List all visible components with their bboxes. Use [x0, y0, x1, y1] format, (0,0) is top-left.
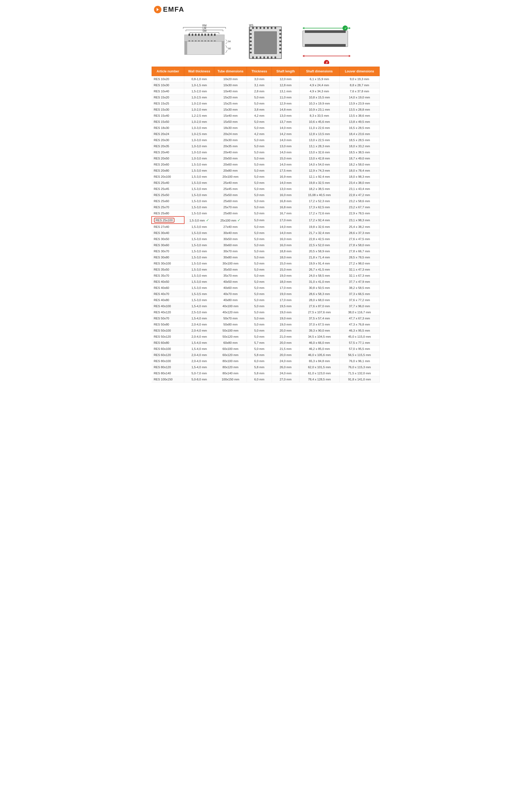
- cell-shaft-dim: 31,0 x 41,0 mm: [299, 279, 339, 285]
- cell-thickness: 5,0 mm: [247, 291, 271, 297]
- cell-tube: 10x20 mm: [214, 76, 247, 82]
- cell-thickness: 5,0 mm: [247, 101, 271, 107]
- cell-shaft-length: 19,0 mm: [272, 291, 299, 297]
- svg-rect-62: [263, 27, 265, 29]
- cell-shaft-dim: 12,8 x 13,5 mm: [299, 131, 339, 137]
- cell-shaft-length: 24,0 mm: [272, 358, 299, 364]
- cell-article: RES 30x100: [152, 261, 184, 266]
- cell-tube: 35x70 mm: [214, 273, 247, 279]
- cell-shaft-dim: 12,9 x 74,3 mm: [299, 168, 339, 174]
- table-row: RES 50x1202,0-4,0 mm50x120 mm5,0 mm21,0 …: [152, 334, 380, 340]
- cell-wall: 1,5-3,0 mm: [184, 248, 214, 255]
- cell-louver: 91,8 x 141,0 mm: [339, 376, 379, 382]
- cell-article: RES 60x80: [152, 340, 184, 346]
- cell-article: RES 20x80: [152, 168, 184, 174]
- svg-rect-47: [250, 37, 252, 39]
- cell-tube: 20x30 mm: [214, 137, 247, 143]
- cell-shaft-length: 16,8 mm: [272, 198, 299, 204]
- cell-article: RES 80x140: [152, 370, 184, 376]
- cell-wall: 1,5-3,0 mm: [184, 273, 214, 279]
- diagram-front-view: WS: [244, 21, 287, 64]
- svg-rect-51: [250, 52, 252, 53]
- cell-wall: 1,5-3,0 mm: [184, 242, 214, 248]
- svg-rect-21: [192, 34, 193, 36]
- cell-wall: 1,5-4,0 mm: [184, 364, 214, 370]
- logo-icon: [154, 6, 162, 13]
- cell-shaft-length: 15,0 mm: [272, 156, 299, 162]
- cell-louver: 25,4 x 38,2 mm: [339, 223, 379, 230]
- cell-tube: 30x60 mm: [214, 242, 247, 248]
- cell-shaft-dim: 24,0 x 58,5 mm: [299, 273, 339, 279]
- col-header-wall: Wall thickness: [184, 67, 214, 76]
- svg-rect-55: [279, 41, 281, 42]
- svg-rect-54: [279, 37, 281, 39]
- cell-tube: 25x100 mm✓: [214, 216, 247, 223]
- cell-article: RES 40x120: [152, 309, 184, 315]
- cell-shaft-length: 16,0 mm: [272, 242, 299, 248]
- cell-shaft-length: 14,0 mm: [272, 180, 299, 186]
- cell-shaft-dim: 17,2 x 52,3 mm: [299, 198, 339, 204]
- cell-louver: 45,0 x 115,0 mm: [339, 334, 379, 340]
- cell-wall: 1,0-2,5 mm: [184, 95, 214, 101]
- svg-rect-52: [279, 29, 281, 31]
- svg-text:WS: WS: [249, 24, 253, 27]
- cell-louver: 37,7 x 47,9 mm: [339, 279, 379, 285]
- cell-louver: 57,5 x 77,1 mm: [339, 340, 379, 346]
- cell-wall: 1,5-3,0 mm: [184, 266, 214, 273]
- cell-shaft-dim: 12,1 x 92,4 mm: [299, 174, 339, 180]
- cell-louver: 13,9 x 23,9 mm: [339, 101, 379, 107]
- cell-louver: 13,5 x 38,6 mm: [339, 113, 379, 119]
- cell-shaft-length: 12,9 mm: [272, 101, 299, 107]
- cell-shaft-length: 19,0 mm: [272, 321, 299, 328]
- cell-wall: 1,0-2,0 mm: [184, 119, 214, 125]
- cell-shaft-dim: 10,9 x 23,1 mm: [299, 107, 339, 113]
- cell-thickness: 2,8 mm: [247, 88, 271, 95]
- cell-shaft-dim: 78,4 x 128,5 mm: [299, 376, 339, 382]
- cell-shaft-dim: 11,0 x 22,6 mm: [299, 125, 339, 131]
- cell-louver: 28,6 x 37,3 mm: [339, 230, 379, 236]
- table-row: RES 30x801,5-3,0 mm30x80 mm5,0 mm18,0 mm…: [152, 255, 380, 261]
- svg-rect-59: [252, 27, 254, 29]
- cell-article: RES 18x30: [152, 125, 184, 131]
- cell-louver: 56,5 x 115,5 mm: [339, 352, 379, 358]
- cell-shaft-length: 19,0 mm: [272, 315, 299, 321]
- cell-wall: 1,5-2,0 mm: [184, 88, 214, 95]
- svg-rect-64: [271, 27, 273, 29]
- cell-shaft-dim: 27,6 x 87,0 mm: [299, 303, 339, 309]
- table-container: Article number Wall thickness Tube dimen…: [146, 67, 385, 391]
- cell-louver: 32,1 x 47,3 mm: [339, 266, 379, 273]
- svg-rect-56: [279, 44, 281, 46]
- cell-article: RES 15x20: [152, 95, 184, 101]
- cell-wall: 1,0-3,0 mm: [184, 143, 214, 149]
- cell-louver: 37,7 x 96,0 mm: [339, 303, 379, 309]
- cell-thickness: 3,1 mm: [247, 82, 271, 88]
- cell-shaft-length: 12,8 mm: [272, 82, 299, 88]
- cell-louver: 27,8 x 66,7 mm: [339, 248, 379, 255]
- cell-wall: 1,5-3,0 mm: [184, 230, 214, 236]
- cell-tube: 50x70 mm: [214, 315, 247, 321]
- cell-tube: 15x20 mm: [214, 95, 247, 101]
- cell-shaft-length: 20,0 mm: [272, 352, 299, 358]
- cell-shaft-dim: 61,0 x 123,0 mm: [299, 370, 339, 376]
- col-header-article: Article number: [152, 67, 184, 76]
- cell-thickness: 5,0 mm: [247, 162, 271, 168]
- cell-article: RES 25x40: [152, 180, 184, 186]
- cell-shaft-length: 14,0 mm: [272, 230, 299, 236]
- data-table: Article number Wall thickness Tube dimen…: [151, 67, 380, 382]
- svg-text:✗: ✗: [325, 61, 328, 64]
- svg-rect-79: [305, 30, 346, 33]
- svg-marker-74: [303, 27, 304, 29]
- svg-rect-48: [250, 41, 252, 42]
- cell-shaft-dim: 17,3 x 62,5 mm: [299, 204, 339, 211]
- cell-thickness: 5,0 mm: [247, 334, 271, 340]
- cell-article: RES 60x100: [152, 346, 184, 352]
- cell-shaft-dim: 10,3 x 19,9 mm: [299, 101, 339, 107]
- cell-thickness: 4,2 mm: [247, 131, 271, 137]
- svg-rect-65: [275, 27, 276, 29]
- cell-thickness: 5,0 mm: [247, 321, 271, 328]
- cell-shaft-dim: 13,0 x 22,5 mm: [299, 137, 339, 143]
- cell-article: RES 50x100: [152, 328, 184, 334]
- cell-shaft-dim: 26,7 x 41,5 mm: [299, 266, 339, 273]
- cell-article: RES 80x100: [152, 358, 184, 364]
- col-header-thickness: Thickness: [247, 67, 271, 76]
